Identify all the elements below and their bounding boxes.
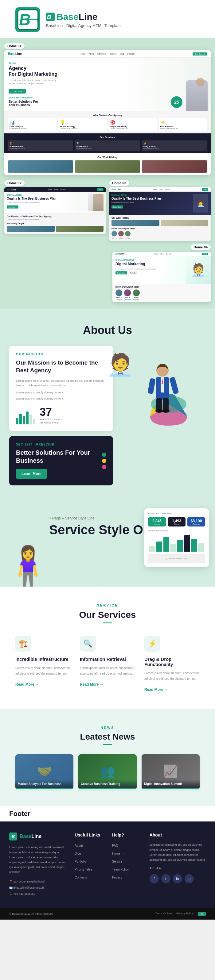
footer-link-portfolio[interactable]: Portfolio [75,860,86,863]
footer-link-contacts[interactable]: Contacts [75,876,87,879]
service-character: 🧍‍♀️ [3,547,53,587]
footer-content: B BaseLine Lorem ipsum adipiscing elit, … [0,821,215,908]
news-card-2: 📈 Digital Innovation Summit [141,754,200,789]
home04-label: Home 04 [191,244,211,250]
footer-section: Footer B BaseLine Lorem ipsum adipiscing… [0,806,215,920]
footer-label: Footer [0,806,215,821]
home-previews: Home 01 BaseLine Home About Services Por… [0,38,215,309]
service-readmore-2[interactable]: Read More → [144,687,168,692]
news-bar-0 [15,788,74,789]
home02-tag: DIGITAL AGENCY [7,194,86,196]
about-visual: 🧑‍💼 [119,346,206,432]
footer-bottom-links: Terms Of Use Privacy Policy ⚙️ [155,912,206,916]
news-section: NEWS Leatest News 🤝 Market Analysis For … [0,709,215,806]
news-divider [103,744,112,745]
service-name-2: Drag & Drop Functionality [144,657,200,667]
home01-hero-btn[interactable]: Learn More [9,89,26,94]
footer-section-title: Footer [9,810,30,818]
about-bottom-label: SEC-1994 · PRESCIUR [16,443,97,446]
footer-link-blog[interactable]: Blog [75,852,81,855]
footer-copyright: © BaseLine 2022 All rights reserved [9,912,53,915]
home01-preview: BaseLine Home About Services Portfolio B… [4,50,211,175]
home02-container: Home 02 BaseLine Home About Services Sta… [4,180,106,241]
service-readmore-1[interactable]: Read More → [80,682,104,687]
home04-preview: BaseLine Home About Services Start DIGIT… [112,252,211,302]
footer-bottom-badge: ⚙️ [198,912,206,916]
about-label: OUR MISSION [16,353,106,356]
service-desc-1: Lorem ipsum dolor sit amet, consectetur … [80,665,135,676]
services-title: Our Services [15,609,200,620]
services-divider [103,622,112,624]
service-icon-1: 🔍 [80,636,96,652]
footer-help-home[interactable]: Home → [112,852,124,855]
about-body2: Lorem ipsum is simply dummy content [16,390,106,395]
news-title: Leatest News [15,732,200,742]
svg-point-18 [156,409,163,413]
social-icon-facebook[interactable]: f [149,874,159,883]
social-icon-twitter[interactable]: t [161,874,170,883]
footer-about-ask[interactable]: Ask [156,867,162,870]
footer-help-faq[interactable]: FAQ [112,844,118,847]
brand-name: BaseLine [56,12,97,22]
service-icon-0: 🏗️ [15,636,31,652]
home-previews-row1: Home 02 BaseLine Home About Services Sta… [4,180,211,241]
footer-bottom: © BaseLine 2022 All rights reserved Term… [0,908,215,920]
service-readmore-0[interactable]: Read More → [15,682,39,687]
footer-brand-col: B BaseLine Lorem ipsum adipiscing elit, … [9,832,66,897]
header: B B BaseLine BaseLine - Digital Agency H… [0,0,215,38]
logo-icon: B [15,7,40,32]
about-title: About Us [9,324,206,337]
about-stat-num: 37 [40,407,64,418]
services-grid: 🏗️ Incredible Infrastructure Lorem ipsum… [15,636,200,692]
preview-nav-links: Home About Services Portfolio Blog Conta… [80,53,135,55]
brand-tagline: BaseLine - Digital Agency HTML Template [46,23,121,28]
home02-label: Home 02 [4,180,24,186]
footer-email[interactable]: Ib.baseline@example.ph [13,886,44,889]
footer-help-service[interactable]: Service → [112,860,126,863]
news-card-1: 👥 Creative Business Training [78,754,136,789]
home03-label: Home 03 [109,180,129,186]
about-body1: Lorem ipsum dolor sit amet, consectetur … [16,379,106,388]
home01-hero-title: AgencyFor Digital Marketing [9,65,164,77]
footer-links-col: Useful Links About Blog Portfolio Pricin… [75,832,103,897]
footer-help-team-policy[interactable]: Team Policy [112,868,129,871]
social-icon-linkedin[interactable]: in [173,874,182,883]
footer-about-api[interactable]: API [149,867,154,870]
news-bar-2 [141,788,200,789]
footer-about-col: About consectetur adipiscing elit, sed d… [149,832,206,897]
footer-help-col: Help? FAQ Home → Service → Team Policy P… [112,832,140,897]
home01-hero-tag: Agency [9,62,164,64]
about-content: OUR MISSION Our Mission is to Become the… [9,346,206,485]
svg-rect-14 [148,378,156,394]
news-title-2: Digital Innovation Summit [144,782,197,786]
home01-label: Home 01 [4,43,24,49]
footer-link-pricing[interactable]: Pricing Table [75,868,92,871]
footer-about-links: API Ask [149,867,206,870]
footer-links-title: Useful Links [75,832,103,837]
svg-rect-17 [163,398,168,410]
service-name-1: Information Retrieval [80,657,135,662]
footer-address: 📍 27A Urban Neighborhood ✉️ Ib.baseline@… [9,879,66,897]
footer-privacy-link[interactable]: Privacy Policy [176,912,194,916]
svg-rect-15 [169,377,179,395]
brand-info: B BaseLine BaseLine - Digital Agency HTM… [46,12,121,28]
services-section: SERVICE Our Services 🏗️ Incredible Infra… [0,587,215,709]
about-btn[interactable]: Learn More [16,469,47,479]
footer-about-title: About [149,832,206,837]
home01-hero-sub: Lorem ipsum dolor sit amet consectetur a… [9,79,164,85]
footer-help-privacy[interactable]: Privacy [112,876,122,879]
footer-logo: B BaseLine [9,832,66,840]
footer-terms-link[interactable]: Terms Of Use [155,912,172,916]
preview-nav-logo: BaseLine [8,52,21,56]
footer-about-desc: consectetur adipiscing elit, sed do eius… [149,842,206,862]
footer-help-title: Help? [112,832,140,837]
social-icon-instagram[interactable]: ig [185,874,194,883]
about-person-figure [135,355,190,423]
footer-link-about[interactable]: About [75,844,83,847]
home03-preview: BaseLine Home About Services Start DIGIT… [109,187,211,241]
svg-rect-16 [156,398,162,410]
about-bottom-heading: Better Solutions For Your Business [16,449,97,465]
footer-socials: f t in ig [149,874,206,883]
services-label: SERVICE [15,603,200,607]
service-icon-2: ⚡ [144,636,160,652]
